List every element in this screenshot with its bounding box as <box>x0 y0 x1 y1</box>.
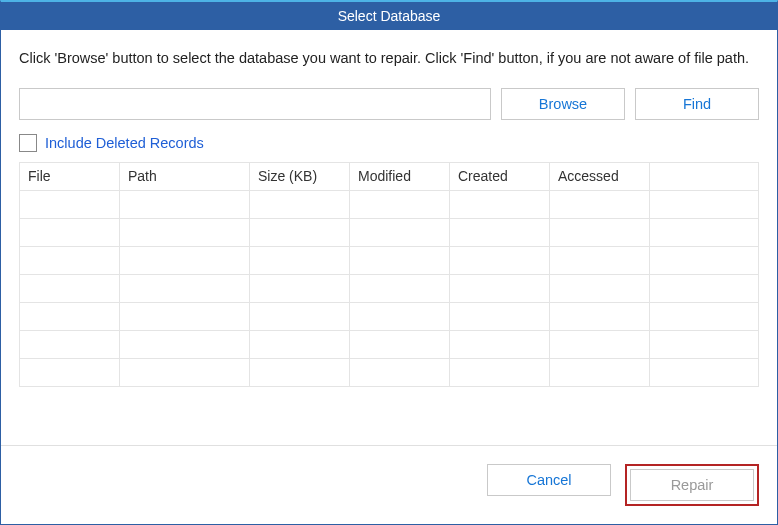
table-cell <box>120 358 250 386</box>
table-row[interactable] <box>20 246 759 274</box>
table-cell <box>250 274 350 302</box>
include-deleted-label: Include Deleted Records <box>45 135 204 151</box>
table-row[interactable] <box>20 274 759 302</box>
table-cell <box>120 274 250 302</box>
table-cell <box>450 218 550 246</box>
table-cell <box>550 246 650 274</box>
find-button-label: Find <box>683 96 711 112</box>
file-table: File Path Size (KB) Modified Created Acc… <box>19 162 759 387</box>
table-cell <box>250 218 350 246</box>
table-cell <box>550 330 650 358</box>
dialog-title: Select Database <box>338 8 441 24</box>
table-cell <box>120 218 250 246</box>
table-cell <box>650 330 759 358</box>
table-cell <box>250 358 350 386</box>
table-cell <box>450 274 550 302</box>
table-cell <box>120 246 250 274</box>
instructions-text: Click 'Browse' button to select the data… <box>19 48 759 70</box>
table-cell <box>350 330 450 358</box>
dialog-content: Click 'Browse' button to select the data… <box>1 30 777 445</box>
cancel-button-label: Cancel <box>526 472 571 488</box>
table-cell <box>650 302 759 330</box>
table-row[interactable] <box>20 358 759 386</box>
table-cell <box>250 302 350 330</box>
table-cell <box>350 274 450 302</box>
table-cell <box>120 302 250 330</box>
table-cell <box>20 302 120 330</box>
column-size[interactable]: Size (KB) <box>250 162 350 190</box>
table-row[interactable] <box>20 330 759 358</box>
title-bar: Select Database <box>1 2 777 30</box>
dialog-footer: Cancel Repair <box>1 445 777 524</box>
table-cell <box>550 358 650 386</box>
table-cell <box>120 330 250 358</box>
table-cell <box>650 218 759 246</box>
table-row[interactable] <box>20 218 759 246</box>
table-cell <box>650 246 759 274</box>
database-path-input[interactable] <box>19 88 491 120</box>
table-cell <box>350 302 450 330</box>
table-cell <box>450 330 550 358</box>
table-cell <box>350 190 450 218</box>
table-row[interactable] <box>20 190 759 218</box>
column-created[interactable]: Created <box>450 162 550 190</box>
cancel-button[interactable]: Cancel <box>487 464 611 496</box>
browse-button[interactable]: Browse <box>501 88 625 120</box>
column-accessed[interactable]: Accessed <box>550 162 650 190</box>
table-cell <box>20 330 120 358</box>
repair-highlight: Repair <box>625 464 759 506</box>
table-cell <box>650 358 759 386</box>
table-cell <box>450 246 550 274</box>
repair-button[interactable]: Repair <box>630 469 754 501</box>
table-cell <box>450 190 550 218</box>
path-row: Browse Find <box>19 88 759 120</box>
include-deleted-checkbox[interactable] <box>19 134 37 152</box>
table-cell <box>250 246 350 274</box>
table-cell <box>550 302 650 330</box>
table-header-row: File Path Size (KB) Modified Created Acc… <box>20 162 759 190</box>
repair-button-label: Repair <box>671 477 714 493</box>
table-cell <box>20 190 120 218</box>
find-button[interactable]: Find <box>635 88 759 120</box>
table-cell <box>650 274 759 302</box>
table-cell <box>20 274 120 302</box>
column-path[interactable]: Path <box>120 162 250 190</box>
table-cell <box>250 190 350 218</box>
table-cell <box>350 218 450 246</box>
include-deleted-row: Include Deleted Records <box>19 134 759 152</box>
column-extra[interactable] <box>650 162 759 190</box>
table-cell <box>550 190 650 218</box>
dialog-window: Select Database Click 'Browse' button to… <box>0 0 778 525</box>
table-cell <box>20 246 120 274</box>
column-file[interactable]: File <box>20 162 120 190</box>
table-cell <box>450 302 550 330</box>
table-cell <box>20 218 120 246</box>
table-cell <box>450 358 550 386</box>
table-cell <box>120 190 250 218</box>
table-cell <box>20 358 120 386</box>
table-cell <box>250 330 350 358</box>
table-cell <box>650 190 759 218</box>
table-cell <box>350 246 450 274</box>
browse-button-label: Browse <box>539 96 587 112</box>
table-row[interactable] <box>20 302 759 330</box>
table-cell <box>550 274 650 302</box>
column-modified[interactable]: Modified <box>350 162 450 190</box>
table-cell <box>550 218 650 246</box>
table-cell <box>350 358 450 386</box>
